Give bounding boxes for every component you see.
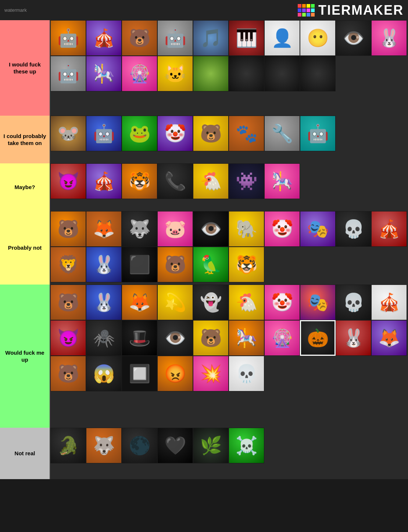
char-cell: 🌿 bbox=[193, 428, 229, 463]
char-cell: 💀 bbox=[229, 356, 264, 391]
tier-content-orange: 🐭 🤖 🐸 🤡 🐻 🐾 🔧 🤖 bbox=[50, 116, 408, 163]
char-cell: 🐰 bbox=[86, 247, 122, 282]
char-cell: 🎪 bbox=[86, 163, 122, 199]
char-cell: 🤡 bbox=[264, 211, 300, 247]
char-cell: 👤 bbox=[264, 20, 300, 56]
char-cell: 🐸 bbox=[122, 116, 157, 151]
tier-row-orange: I could probably take them on 🐭 🤖 🐸 🤡 🐻 … bbox=[0, 116, 408, 163]
char-cell: 🐭 bbox=[50, 116, 86, 151]
char-cell: ☠️ bbox=[229, 428, 264, 463]
tier-label-green: Would fuck me up bbox=[0, 285, 50, 428]
tier-content-maybe: 😈 🎪 🐯 📞 🐔 👾 🎠 bbox=[50, 163, 408, 211]
char-cell bbox=[229, 56, 264, 91]
char-cell: 🎡 bbox=[264, 320, 300, 356]
tier-label-not-real: Not real bbox=[0, 428, 50, 479]
char-cell: 😡 bbox=[157, 356, 193, 391]
tier-row-maybe: Maybe? 😈 🎪 🐯 📞 🐔 👾 🎠 bbox=[0, 163, 408, 211]
logo-text: TiERMAKER bbox=[318, 3, 404, 18]
char-cell: 🐺 bbox=[86, 428, 122, 463]
char-cell: 🐰 bbox=[86, 285, 122, 320]
char-cell: 🐔 bbox=[193, 163, 229, 199]
char-cell: 🎵 bbox=[193, 20, 229, 56]
char-cell: 💀 bbox=[336, 211, 371, 247]
char-cell: 🎪 bbox=[86, 20, 122, 56]
char-cell bbox=[193, 56, 229, 91]
tier-label-orange: I could probably take them on bbox=[0, 116, 50, 163]
tier-content-probably-not: 🐻 🦊 🐺 🐷 👁️ 🐘 🤡 🎭 💀 🎪 🦁 🐰 ⬛ 🐻 🦜 🐯 bbox=[50, 211, 408, 285]
tier-label-pink: I would fuck these up bbox=[0, 20, 50, 116]
logo-grid-icon bbox=[298, 4, 315, 17]
char-cell: 👾 bbox=[229, 163, 264, 199]
char-cell: 🐻 bbox=[157, 247, 193, 282]
char-cell: 🎃 bbox=[300, 320, 336, 356]
tier-row-pink: I would fuck these up 🤖 🎪 🐻 🤖 🎵 🎹 👤 😶 👁️… bbox=[0, 20, 408, 116]
char-cell: 🤖 bbox=[50, 20, 86, 56]
tier-content-pink: 🤖 🎪 🐻 🤖 🎵 🎹 👤 😶 👁️ 🐰 🤖 🎠 🎡 🐱 bbox=[50, 20, 408, 116]
tier-row-not-real: Not real 🐊 🐺 🌑 🖤 🌿 ☠️ bbox=[0, 428, 408, 479]
char-cell: 🐻 bbox=[193, 320, 229, 356]
char-cell: 🤡 bbox=[264, 285, 300, 320]
char-cell: 🤖 bbox=[300, 116, 336, 151]
char-cell: 🐾 bbox=[229, 116, 264, 151]
char-cell: 🎠 bbox=[264, 163, 300, 199]
char-cell: 👁️ bbox=[336, 20, 371, 56]
char-cell: 🕷️ bbox=[86, 320, 122, 356]
char-cell: 💫 bbox=[157, 285, 193, 320]
char-cell: ⬛ bbox=[122, 247, 157, 282]
char-cell: 🐔 bbox=[229, 285, 264, 320]
char-cell: 🎪 bbox=[371, 285, 407, 320]
char-cell: 🐻 bbox=[122, 20, 157, 56]
char-cell: 🐻 bbox=[50, 356, 86, 391]
char-cell bbox=[264, 56, 300, 91]
char-cell: 📞 bbox=[157, 163, 193, 199]
char-cell: 👁️ bbox=[157, 320, 193, 356]
char-cell: 🐱 bbox=[157, 56, 193, 91]
char-cell: 🐺 bbox=[122, 211, 157, 247]
char-cell: 😱 bbox=[86, 356, 122, 391]
char-cell: 🤡 bbox=[157, 116, 193, 151]
char-cell: 🐰 bbox=[371, 20, 407, 56]
tier-row-probably-not: Probably not 🐻 🦊 🐺 🐷 👁️ 🐘 🤡 🎭 💀 🎪 🦁 🐰 ⬛ … bbox=[0, 211, 408, 285]
char-cell: 💀 bbox=[336, 285, 371, 320]
char-cell: 🐘 bbox=[229, 211, 264, 247]
char-cell: 😈 bbox=[50, 163, 86, 199]
char-cell: 🐻 bbox=[50, 285, 86, 320]
watermark-label: watermark bbox=[4, 7, 27, 13]
char-cell: 👻 bbox=[193, 285, 229, 320]
char-cell: 🤖 bbox=[50, 56, 86, 91]
tier-label-probably-not: Probably not bbox=[0, 211, 50, 285]
char-cell: 🦊 bbox=[122, 285, 157, 320]
char-cell: 🐻 bbox=[193, 116, 229, 151]
char-cell: 🎭 bbox=[300, 285, 336, 320]
char-cell: 🔲 bbox=[122, 356, 157, 391]
char-cell: 🐊 bbox=[50, 428, 86, 463]
char-cell: 😈 bbox=[50, 320, 86, 356]
char-cell: 🎠 bbox=[86, 56, 122, 91]
char-cell: 🎩 bbox=[122, 320, 157, 356]
char-cell: 🖤 bbox=[157, 428, 193, 463]
char-cell: 🐯 bbox=[229, 247, 264, 282]
page-header: watermark TiERMAKER bbox=[0, 0, 408, 20]
char-cell: 🎡 bbox=[122, 56, 157, 91]
char-cell: 🎭 bbox=[300, 211, 336, 247]
char-cell: 🤖 bbox=[157, 20, 193, 56]
tier-content-green: 🐻 🐰 🦊 💫 👻 🐔 🤡 🎭 💀 🎪 😈 🕷️ 🎩 👁️ 🐻 🎠 🎡 🎃 🐰 … bbox=[50, 285, 408, 428]
char-cell: 🦊 bbox=[371, 320, 407, 356]
char-cell: 🎪 bbox=[371, 211, 407, 247]
char-cell: 👁️ bbox=[193, 211, 229, 247]
char-cell: 🐯 bbox=[122, 163, 157, 199]
char-cell: 🌑 bbox=[122, 428, 157, 463]
char-cell: 🔧 bbox=[264, 116, 300, 151]
tier-label-maybe: Maybe? bbox=[0, 163, 50, 211]
char-cell: 🐷 bbox=[157, 211, 193, 247]
char-cell: 🐰 bbox=[336, 320, 371, 356]
char-cell: 🦊 bbox=[86, 211, 122, 247]
char-cell: 🎠 bbox=[229, 320, 264, 356]
char-cell: 🤖 bbox=[86, 116, 122, 151]
char-cell bbox=[300, 56, 336, 91]
char-cell: 🦁 bbox=[50, 247, 86, 282]
char-cell: 💥 bbox=[193, 356, 229, 391]
char-cell: 🎹 bbox=[229, 20, 264, 56]
char-cell: 🐻 bbox=[50, 211, 86, 247]
tier-content-not-real: 🐊 🐺 🌑 🖤 🌿 ☠️ bbox=[50, 428, 408, 479]
